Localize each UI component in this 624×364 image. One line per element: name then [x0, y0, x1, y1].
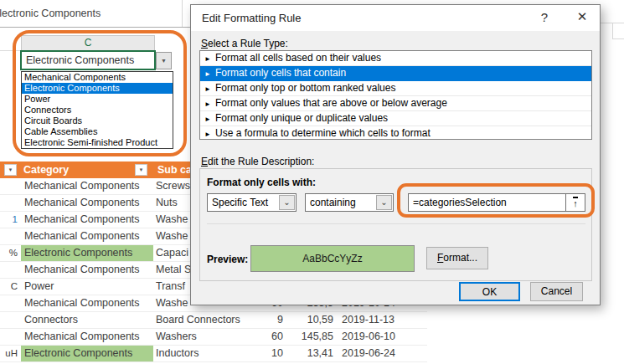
table-cell[interactable]: Board Connectors [156, 312, 265, 328]
rule-type-arrow-icon: ► [204, 82, 215, 96]
column-header-c[interactable]: C [21, 35, 155, 51]
table-cell[interactable]: Mechanical Components [21, 212, 153, 228]
table-cell[interactable]: Electronic Components [21, 346, 153, 361]
rule-type-arrow-icon: ► [204, 112, 215, 126]
sheet-gridline [612, 38, 624, 39]
condition-value-text: =categoriesSelection [413, 197, 507, 208]
table-cell[interactable]: Mechanical Components [21, 262, 153, 278]
preview-label: Preview: [207, 254, 248, 265]
chevron-down-icon[interactable]: ⌄ [376, 195, 392, 210]
table-cell[interactable]: Mechanical Components [21, 329, 153, 345]
rule-type-item[interactable]: ►Format all cells based on their values [200, 51, 591, 66]
filter-button[interactable]: ▼ [135, 164, 147, 176]
condition-type-dropdown[interactable]: Specific Text ⌄ [207, 193, 297, 212]
table-cell[interactable] [0, 329, 18, 345]
collapse-dialog-icon: ↑ [573, 197, 578, 208]
dropdown-option[interactable]: Connectors [22, 105, 173, 115]
table-row: Mechanical ComponentsWashers60145,852019… [0, 329, 427, 346]
close-icon[interactable]: ✕ [572, 9, 592, 24]
table-cell[interactable] [0, 195, 18, 211]
table-cell[interactable] [0, 178, 18, 194]
filter-caret-icon: ▼ [8, 167, 13, 172]
table-cell[interactable]: 13,41 [286, 346, 333, 361]
filter-caret-icon: ▼ [139, 167, 144, 172]
table-cell[interactable]: 10 [251, 346, 283, 361]
table-cell[interactable] [0, 295, 18, 311]
rule-type-item[interactable]: ►Use a formula to determine which cells … [200, 126, 591, 140]
formula-bar-divider [0, 27, 190, 28]
format-only-cells-label: Format only cells with: [207, 177, 316, 188]
format-preview: AaBbCcYyZz [250, 245, 415, 272]
edit-formatting-rule-dialog: Edit Formatting Rule ? ✕ Select a Rule T… [190, 4, 601, 305]
dropdown-option[interactable]: Cable Assemblies [22, 126, 173, 137]
rule-type-label: Select a Rule Type: [201, 38, 288, 49]
dropdown-option[interactable]: Circuit Boards [22, 115, 173, 126]
rule-description-label: Edit the Rule Description: [201, 156, 314, 167]
table-cell[interactable]: Electronic Components [21, 245, 153, 261]
table-cell[interactable]: C [0, 279, 18, 295]
dropdown-option[interactable]: Electronic Components [22, 83, 173, 94]
table-cell[interactable]: 2019-11-13 [342, 312, 421, 328]
cancel-button[interactable]: Cancel [530, 282, 583, 301]
table-cell[interactable]: 2019-06-24 [342, 346, 421, 361]
table-cell[interactable]: 9 [251, 312, 283, 328]
table-cell[interactable]: Connectors [21, 312, 153, 328]
rule-type-arrow-icon: ► [204, 67, 215, 81]
table-cell[interactable]: 60 [251, 329, 283, 345]
table-cell[interactable] [0, 312, 18, 328]
formula-bar-value[interactable]: Electronic Components [0, 8, 101, 19]
condition-type-value: Specific Text [212, 197, 268, 208]
table-cell[interactable]: % [0, 245, 18, 261]
table-cell[interactable]: Washers [156, 329, 265, 345]
rule-description-group: Format only cells with: Specific Text ⌄ … [199, 168, 592, 281]
dropdown-option[interactable]: Power [22, 94, 173, 105]
data-validation-dropdown-button[interactable]: ▼ [156, 52, 172, 69]
cell-dropdown-list: Mechanical ComponentsElectronic Componen… [21, 71, 173, 149]
rule-type-arrow-icon: ► [204, 97, 215, 111]
rule-type-arrow-icon: ► [204, 52, 215, 66]
rule-type-list: ►Format all cells based on their values►… [199, 50, 592, 140]
rule-type-item[interactable]: ►Format only cells that contain [200, 66, 591, 81]
chevron-down-icon[interactable]: ⌄ [279, 195, 295, 210]
table-cell[interactable]: 1 [0, 212, 18, 228]
sheet-gridline [612, 23, 613, 39]
condition-operator-dropdown[interactable]: containing ⌄ [305, 193, 394, 212]
selected-cell[interactable]: Electronic Components [20, 50, 156, 70]
ok-button[interactable]: OK [459, 282, 520, 301]
table-row: uHElectronic ComponentsInductors1013,412… [0, 346, 427, 362]
filter-button[interactable]: ▼ [4, 164, 17, 176]
rule-type-item[interactable]: ►Format only top or bottom ranked values [200, 81, 591, 96]
caret-down-icon: ▼ [161, 58, 167, 64]
table-cell[interactable]: Mechanical Components [21, 228, 153, 244]
column-header-category[interactable]: Category [23, 161, 69, 178]
table-cell[interactable]: 145,85 [286, 329, 333, 345]
table-cell[interactable]: Mechanical Components [21, 295, 153, 311]
rule-type-item[interactable]: ►Format only unique or duplicate values [200, 111, 591, 126]
rule-type-arrow-icon: ► [204, 127, 215, 140]
table-cell[interactable]: uH [0, 346, 18, 361]
dialog-title: Edit Formatting Rule [202, 12, 302, 24]
dropdown-option[interactable]: Mechanical Components [22, 72, 173, 83]
sheet-gridline [182, 0, 183, 27]
table-cell[interactable]: 2019-06-10 [342, 329, 421, 345]
condition-operator-value: containing [310, 197, 356, 208]
help-icon[interactable]: ? [536, 10, 553, 24]
collapse-dialog-button[interactable]: ↑ [565, 194, 585, 211]
condition-value-input[interactable]: =categoriesSelection ↑ [408, 193, 585, 212]
format-button-label: Format... [437, 248, 477, 269]
dropdown-option[interactable]: Electronic Semi-finished Product [22, 137, 173, 148]
table-cell[interactable]: Inductors [156, 346, 265, 361]
table-cell[interactable]: Mechanical Components [21, 195, 153, 211]
table-cell[interactable]: Power [21, 279, 153, 295]
rule-type-item[interactable]: ►Format only values that are above or be… [200, 96, 591, 111]
table-cell[interactable] [0, 228, 18, 244]
format-button[interactable]: Format... [426, 247, 488, 269]
table-row: ConnectorsBoard Connectors910,592019-11-… [0, 312, 427, 329]
sheet-gridline [0, 50, 21, 51]
table-cell[interactable] [0, 262, 18, 278]
group-divider [207, 223, 585, 224]
table-cell[interactable]: Mechanical Components [21, 178, 153, 194]
table-cell[interactable]: 10,59 [286, 312, 333, 328]
